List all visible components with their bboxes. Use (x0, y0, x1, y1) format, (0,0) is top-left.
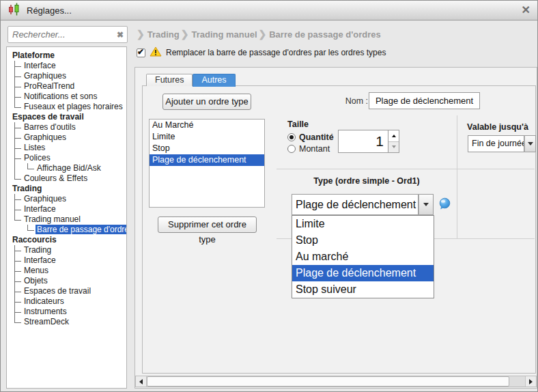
order-type-item-limite[interactable]: Limite (150, 131, 264, 143)
title-bar: Réglages... ✕ (1, 1, 537, 20)
search-clear-icon[interactable]: ✖ (113, 30, 127, 40)
tree-node-graphiques[interactable]: Graphiques (23, 132, 68, 142)
name-input[interactable] (369, 92, 480, 109)
order-type-item-au-marche[interactable]: Au Marché (150, 120, 264, 131)
type-option-limite[interactable]: Limite (292, 216, 434, 232)
close-icon[interactable]: ✕ (522, 5, 530, 16)
tree-node-objets[interactable]: Objets (23, 276, 49, 285)
horizontal-scrollbar[interactable] (135, 376, 537, 387)
replace-orderbar-checkbox[interactable]: ✔ (137, 48, 145, 57)
breadcrumb-chevron-icon: ❯ (181, 29, 189, 40)
tree-node-affichage-bid-ask[interactable]: Affichage Bid/Ask (36, 163, 102, 173)
search-box: ✖ (8, 26, 128, 43)
tree-node-prorealtrend[interactable]: ProRealTrend (23, 81, 76, 91)
arrow-down-icon (392, 145, 396, 150)
type-option-stop-suiveur[interactable]: Stop suiveur (292, 281, 434, 298)
tree-node-barres-d-outils[interactable]: Barres d'outils (23, 122, 77, 132)
chevron-down-icon (423, 203, 429, 209)
delete-order-type-button[interactable]: Supprimer cet ordre type (158, 216, 257, 233)
spinner-up-button[interactable] (388, 130, 399, 142)
tree-node-interface[interactable]: Interface (23, 61, 57, 70)
vertical-divider (457, 115, 457, 239)
breadcrumb-chevron-icon: ❯ (259, 29, 267, 40)
warning-icon (150, 46, 162, 59)
tree-node-graphiques[interactable]: Graphiques (23, 71, 68, 81)
tree-node-listes[interactable]: Listes (23, 143, 46, 152)
tree-node-fuseaux-et-plages-horaires[interactable]: Fuseaux et plages horaires (23, 102, 124, 111)
radio-label-montant: Montant (299, 144, 330, 154)
tree-node-couleurs-effets[interactable]: Couleurs & Effets (23, 173, 89, 183)
order-type-dropdown-button[interactable] (419, 194, 434, 215)
tree-node-indicateurs[interactable]: Indicateurs (23, 296, 66, 306)
tree-node-trading[interactable]: Trading (11, 184, 43, 193)
breadcrumb-item-trading-manuel: Trading manuel (191, 29, 257, 40)
check-icon: ✔ (137, 47, 144, 57)
order-type-combo[interactable]: Plage de déclenchement (292, 194, 434, 215)
tree-node-instruments[interactable]: Instruments (23, 307, 68, 316)
arrow-right-icon (529, 379, 535, 384)
tree-node-espaces-de-travail[interactable]: Espaces de travail (11, 112, 85, 122)
radio-label-quantite: Quantité (299, 132, 334, 142)
tree-node-raccourcis[interactable]: Raccourcis (11, 235, 58, 244)
replace-orderbar-label: Remplacer la barre de passage d'ordres p… (166, 48, 386, 57)
help-bubble-icon[interactable] (438, 197, 451, 212)
add-order-type-button[interactable]: Ajouter un ordre type (162, 94, 251, 110)
chevron-down-icon (528, 142, 533, 148)
validity-section-title: Valable jusqu'à (460, 122, 535, 132)
size-section-title: Taille (287, 120, 309, 129)
tree-node-interface[interactable]: Interface (23, 204, 57, 214)
tree-node-graphiques[interactable]: Graphiques (23, 194, 68, 204)
spinner-down-button[interactable] (388, 142, 399, 153)
name-label: Nom : (334, 96, 368, 106)
tree-node-espaces-de-travail[interactable]: Espaces de travail (23, 286, 92, 296)
order-type-item-plage-de-declenchement[interactable]: Plage de déclenchement (150, 154, 264, 166)
type-option-au-marche[interactable]: Au marché (292, 249, 434, 265)
tree-node-interface[interactable]: Interface (23, 255, 57, 265)
quantity-input[interactable] (338, 130, 388, 153)
scrollbar-track[interactable] (509, 376, 525, 387)
tree-node-notifications-et-sons[interactable]: Notifications et sons (23, 92, 98, 101)
validity-combo[interactable]: Fin de journée (468, 135, 536, 152)
settings-dialog: Réglages... ✕ ✖ PlateformeInterfaceGraph… (0, 0, 538, 392)
scroll-left-button[interactable] (136, 376, 147, 387)
order-type-item-stop[interactable]: Stop (150, 143, 264, 154)
tree-node-menus[interactable]: Menus (23, 266, 50, 275)
validity-value: Fin de journée (468, 135, 524, 152)
tab-content-panel: Ajouter un ordre type Nom : Au MarchéLim… (142, 85, 536, 374)
dialog-title: Réglages... (27, 5, 72, 16)
candlestick-icon (8, 3, 21, 18)
scrollbar-thumb[interactable] (147, 376, 509, 387)
scroll-right-button[interactable] (525, 376, 536, 387)
radio-quantite[interactable] (287, 133, 296, 141)
horizontal-divider (277, 169, 535, 169)
replace-orderbar-row: ✔ Remplacer la barre de passage d'ordres… (137, 46, 386, 59)
order-type-dropdown-list: LimiteStopAu marchéPlage de déclenchemen… (292, 215, 434, 298)
breadcrumb: ❯Trading❯Trading manuel❯Barre de passage… (135, 28, 381, 40)
breadcrumb-chevron-icon: ❯ (137, 29, 145, 40)
breadcrumb-item-trading: Trading (147, 29, 180, 40)
settings-tree[interactable]: PlateformeInterfaceGraphiquesProRealTren… (6, 46, 127, 389)
tree-node-streamdeck[interactable]: StreamDeck (23, 317, 70, 326)
tab-bar: FuturesAutres (146, 74, 236, 87)
tree-node-plateforme[interactable]: Plateforme (11, 51, 56, 60)
tab-autres[interactable]: Autres (193, 74, 235, 87)
search-input[interactable] (8, 29, 113, 40)
type-section-title: Type (ordre simple - Ord1) (277, 176, 457, 186)
tree-node-polices[interactable]: Polices (23, 153, 52, 163)
arrow-left-icon (137, 379, 143, 384)
order-type-value: Plage de déclenchement (292, 194, 419, 215)
radio-montant[interactable] (287, 145, 296, 153)
arrow-up-icon (392, 132, 396, 137)
order-type-list[interactable]: Au MarchéLimiteStopPlage de déclenchemen… (149, 119, 265, 208)
tree-node-barre-de-passage-d-ordres[interactable]: Barre de passage d'ordres (36, 225, 127, 234)
quantity-stepper (338, 130, 399, 153)
validity-dropdown-button[interactable] (524, 135, 536, 152)
tree-node-trading-manuel[interactable]: Trading manuel (23, 214, 82, 224)
tree-node-trading[interactable]: Trading (23, 245, 53, 255)
breadcrumb-item-barre-de-passage-d-ordres: Barre de passage d'ordres (269, 29, 381, 40)
tab-futures[interactable]: Futures (146, 74, 193, 86)
type-option-stop[interactable]: Stop (292, 232, 434, 249)
type-option-plage-de-declenchement[interactable]: Plage de déclenchement (292, 265, 434, 281)
